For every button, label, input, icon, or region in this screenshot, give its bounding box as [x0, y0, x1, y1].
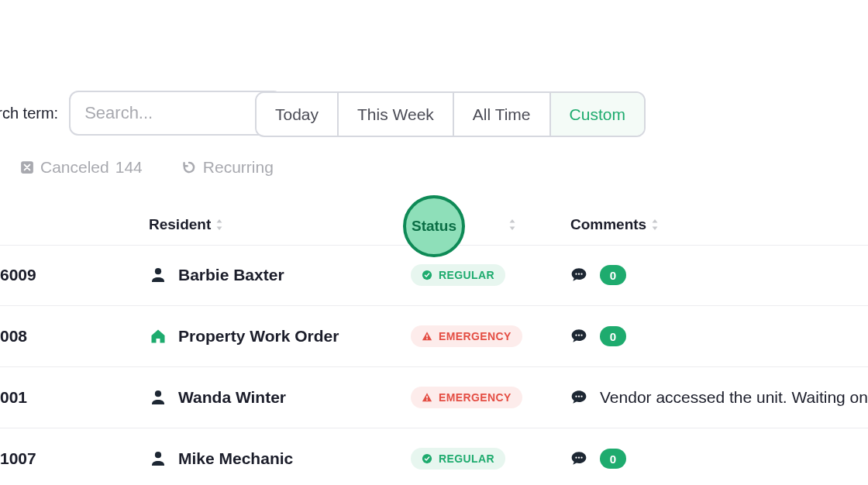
cell-status: REGULAR	[411, 264, 505, 286]
comment-count-badge: 0	[600, 449, 626, 469]
chat-icon[interactable]	[570, 328, 587, 345]
search-input[interactable]	[69, 91, 283, 136]
cell-comments: 0	[570, 265, 626, 285]
status-header-highlight-label: Status	[412, 218, 456, 235]
filter-this-week[interactable]: This Week	[339, 93, 454, 136]
cell-resident: Barbie Baxter	[149, 266, 284, 284]
sort-icon	[651, 218, 659, 231]
person-icon	[149, 388, 167, 407]
filter-custom[interactable]: Custom	[551, 93, 644, 136]
status-badge-regular: REGULAR	[411, 448, 505, 470]
status-label: REGULAR	[439, 452, 494, 465]
status-header-highlight: Status	[403, 195, 465, 257]
column-header-comments[interactable]: Comments	[570, 216, 659, 233]
sort-icon	[508, 218, 516, 231]
cell-resident: Mike Mechanic	[149, 449, 293, 468]
filter-recurring-label: Recurring	[203, 158, 274, 177]
filter-recurring[interactable]: Recurring	[181, 158, 274, 177]
check-badge-icon	[422, 270, 432, 280]
recurring-icon	[181, 160, 197, 175]
home-icon	[149, 327, 167, 346]
cell-status: REGULAR	[411, 448, 505, 470]
chat-icon[interactable]	[570, 267, 587, 284]
status-badge-emergency: EMERGENCY	[411, 387, 522, 408]
status-label: EMERGENCY	[439, 330, 512, 342]
status-label: EMERGENCY	[439, 391, 512, 404]
filter-today[interactable]: Today	[257, 93, 339, 136]
resident-name: Property Work Order	[178, 327, 339, 346]
cell-comments: 0	[570, 326, 626, 346]
cancel-icon	[20, 160, 34, 174]
date-range-filter: Today This Week All Time Custom	[255, 91, 646, 137]
cell-id: 008	[0, 327, 27, 346]
table-row[interactable]: 1007Mike MechanicREGULAR0	[0, 428, 868, 485]
cell-comments: Vendor accessed the unit. Waiting on	[570, 388, 868, 407]
table-row[interactable]: 001Wanda WinterEMERGENCYVendor accessed …	[0, 367, 868, 428]
status-badge-emergency: EMERGENCY	[411, 325, 522, 347]
cell-id: 6009	[0, 266, 36, 284]
column-header-comments-label: Comments	[570, 216, 646, 233]
check-badge-icon	[422, 453, 432, 464]
person-icon	[149, 449, 167, 468]
table-row[interactable]: 008Property Work OrderEMERGENCY0	[0, 306, 868, 367]
cell-comments: 0	[570, 449, 626, 469]
search-label: search term:	[0, 105, 58, 122]
filter-canceled-label: Canceled	[40, 158, 109, 177]
filter-canceled[interactable]: Canceled 144	[20, 158, 143, 177]
table-body: 6009Barbie BaxterREGULAR0008Property Wor…	[0, 245, 868, 485]
cell-resident: Property Work Order	[149, 327, 339, 346]
cell-resident: Wanda Winter	[149, 388, 286, 407]
warning-icon	[422, 392, 432, 403]
sort-icon	[215, 218, 223, 231]
chat-icon[interactable]	[570, 450, 587, 467]
cell-id: 001	[0, 388, 27, 407]
status-badge-regular: REGULAR	[411, 264, 505, 286]
comment-text: Vendor accessed the unit. Waiting on	[600, 388, 868, 407]
resident-name: Wanda Winter	[178, 388, 286, 407]
column-header-resident-label: Resident	[149, 216, 211, 233]
cell-status: EMERGENCY	[411, 325, 522, 347]
person-icon	[149, 266, 167, 284]
warning-icon	[422, 331, 432, 342]
cell-id: 1007	[0, 449, 36, 468]
status-label: REGULAR	[439, 269, 494, 281]
resident-name: Mike Mechanic	[178, 449, 293, 468]
filter-canceled-count: 144	[115, 158, 143, 177]
column-header-resident[interactable]: Resident	[149, 216, 223, 233]
chat-icon[interactable]	[570, 389, 587, 406]
comment-count-badge: 0	[600, 326, 626, 346]
cell-status: EMERGENCY	[411, 387, 522, 408]
filter-all-time[interactable]: All Time	[454, 93, 551, 136]
resident-name: Barbie Baxter	[178, 266, 284, 284]
comment-count-badge: 0	[600, 265, 626, 285]
